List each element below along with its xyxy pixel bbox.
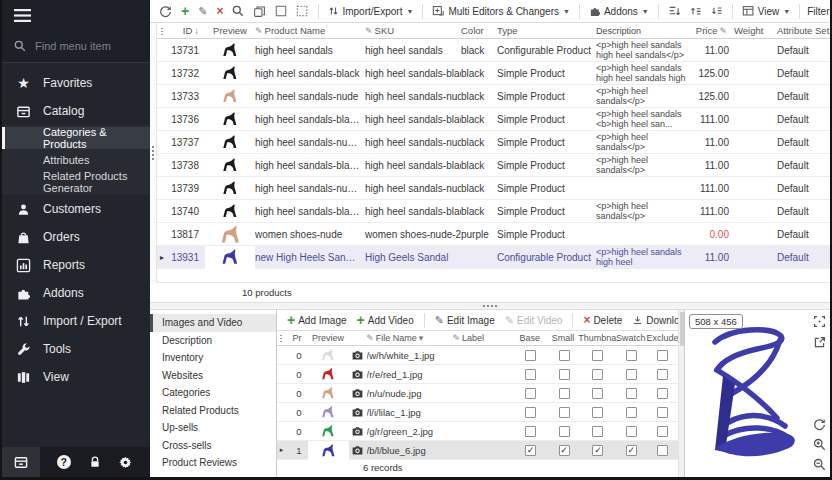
small-checkbox[interactable] (559, 350, 570, 361)
search-products-button[interactable] (230, 3, 246, 19)
tab-images-and-video[interactable]: Images and Video (150, 314, 276, 332)
col-preview[interactable]: Preview (307, 333, 348, 343)
small-checkbox[interactable] (559, 388, 570, 399)
small-checkbox[interactable] (559, 426, 570, 437)
sidebar-item-favorites[interactable]: ★ Favorites (2, 69, 150, 97)
swatch-checkbox[interactable] (626, 407, 637, 418)
help-icon[interactable]: ? (57, 455, 71, 469)
col-sku[interactable]: ✎SKU (365, 25, 461, 36)
product-row[interactable]: 13740 high heel sandals-black-38 high he… (157, 200, 830, 223)
download-image-button[interactable]: Download Image (630, 313, 678, 328)
tab-websites[interactable]: Websites (150, 367, 276, 385)
store-icon[interactable] (2, 447, 40, 477)
col-position[interactable]: Pr (286, 333, 308, 343)
thumbnail-checkbox[interactable] (592, 388, 603, 399)
move-down-button[interactable] (709, 3, 725, 19)
col-label[interactable]: ✎Label (452, 333, 513, 343)
menu-search-input[interactable] (33, 39, 133, 53)
sidebar-item-import-export[interactable]: Import / Export (2, 307, 150, 335)
swatch-checkbox[interactable] (626, 388, 637, 399)
row-expander[interactable] (157, 253, 167, 262)
col-color[interactable]: Color (461, 25, 497, 36)
sidebar-item-addons[interactable]: Addons (2, 279, 150, 307)
add-video-button[interactable]: +Add Video (355, 312, 416, 328)
tab-up-sells[interactable]: Up-sells (150, 419, 276, 437)
exclude-checkbox[interactable] (657, 445, 668, 456)
sidebar-item-view[interactable]: View (2, 363, 150, 391)
copy-button[interactable] (251, 3, 268, 20)
add-image-button[interactable]: +Add Image (285, 312, 349, 328)
delete-product-button[interactable]: × (214, 3, 225, 19)
col-file-name[interactable]: ✎File Name▾ (366, 333, 452, 343)
tab-cross-sells[interactable]: Cross-sells (150, 437, 276, 455)
grid-options-icon[interactable] (277, 334, 286, 342)
small-checkbox[interactable] (559, 369, 570, 380)
product-row[interactable]: 13739 high heel sandals-nude-37 high hee… (157, 177, 830, 200)
add-product-button[interactable]: + (179, 3, 191, 19)
move-up-button[interactable] (688, 3, 704, 19)
edit-product-button[interactable]: ✎ (196, 3, 209, 20)
product-row[interactable]: 13731 high heel sandals high heel sandal… (157, 39, 830, 62)
horizontal-splitter[interactable] (150, 303, 830, 310)
image-row[interactable]: 0 /w/h/white_1.jpg (277, 346, 678, 365)
thumbnail-checkbox[interactable] (592, 350, 603, 361)
sidebar-item-categories-products[interactable]: Categories & Products (2, 127, 150, 149)
exclude-checkbox[interactable] (657, 407, 668, 418)
base-checkbox[interactable] (525, 445, 536, 456)
view-button[interactable]: View▼ (740, 3, 792, 19)
product-row-selected[interactable]: 13931 new High Heels Sandals High Geels … (157, 246, 830, 269)
fullscreen-icon[interactable] (813, 315, 826, 328)
sidebar-item-tools[interactable]: Tools (2, 335, 150, 363)
thumbnail-checkbox[interactable] (592, 407, 603, 418)
image-row[interactable]: 0 /l/i/lilac_1.jpg (277, 403, 678, 422)
base-checkbox[interactable] (525, 426, 536, 437)
category-panel-splitter[interactable] (150, 23, 157, 283)
edit-image-button[interactable]: ✎Edit Image (433, 312, 497, 329)
lock-icon[interactable] (88, 455, 102, 469)
row-expander[interactable] (277, 446, 286, 454)
swatch-checkbox[interactable] (626, 350, 637, 361)
grid-options-icon[interactable] (157, 27, 167, 35)
image-row[interactable]: 0 /g/r/green_2.jpg (277, 422, 678, 441)
swatch-checkbox[interactable] (626, 445, 637, 456)
col-price[interactable]: Price✎ (693, 25, 734, 36)
product-row[interactable]: 13737 high heel sandals-nude-36 high hee… (157, 131, 830, 154)
sidebar-item-catalog[interactable]: Catalog (2, 97, 150, 125)
select-none-button[interactable] (294, 3, 311, 19)
product-row[interactable]: 13733 high heel sandals-nude high heel s… (157, 85, 830, 108)
col-id[interactable]: ID↓ (167, 25, 205, 36)
sort-az-button[interactable] (666, 3, 683, 19)
thumbnail-checkbox[interactable] (592, 445, 603, 456)
zoom-out-icon[interactable] (813, 458, 826, 471)
base-checkbox[interactable] (525, 407, 536, 418)
base-checkbox[interactable] (525, 350, 536, 361)
col-thumbnail[interactable]: Thumbna (580, 333, 615, 343)
exclude-checkbox[interactable] (657, 426, 668, 437)
exclude-checkbox[interactable] (657, 369, 668, 380)
product-row[interactable]: 13817 women shoes-nude women shoes-nude-… (157, 223, 830, 246)
swatch-checkbox[interactable] (626, 369, 637, 380)
addons-button[interactable]: Addons▼ (587, 3, 651, 19)
delete-image-button[interactable]: ×Delete (581, 312, 624, 328)
edit-video-button[interactable]: ✎Edit Video (503, 312, 565, 329)
small-checkbox[interactable] (559, 445, 570, 456)
base-checkbox[interactable] (525, 388, 536, 399)
col-preview[interactable]: Preview (205, 25, 255, 36)
rotate-icon[interactable] (813, 418, 826, 431)
select-button[interactable] (273, 3, 289, 19)
sidebar-item-customers[interactable]: Customers (2, 195, 150, 223)
col-weight[interactable]: Weight (734, 25, 767, 36)
col-attribute-set[interactable]: Attribute Set Name (767, 25, 830, 36)
product-row[interactable]: 13736 high heel sandals-black-36 high he… (157, 108, 830, 131)
open-external-icon[interactable] (813, 336, 826, 349)
image-row[interactable]: 0 /r/e/red_1.jpg (277, 365, 678, 384)
sidebar-item-attributes[interactable]: Attributes (2, 149, 150, 171)
tab-inventory[interactable]: Inventory (150, 349, 276, 367)
import-export-button[interactable]: Import/Export▼ (326, 3, 415, 19)
col-small[interactable]: Small (546, 333, 579, 343)
refresh-button[interactable] (157, 3, 174, 20)
product-row[interactable]: 13738 high heel sandals-black-37 high he… (157, 154, 830, 177)
hamburger-menu-icon[interactable] (14, 9, 31, 22)
image-row[interactable]: 0 /n/u/nude.jpg (277, 384, 678, 403)
sidebar-item-reports[interactable]: Reports (2, 251, 150, 279)
